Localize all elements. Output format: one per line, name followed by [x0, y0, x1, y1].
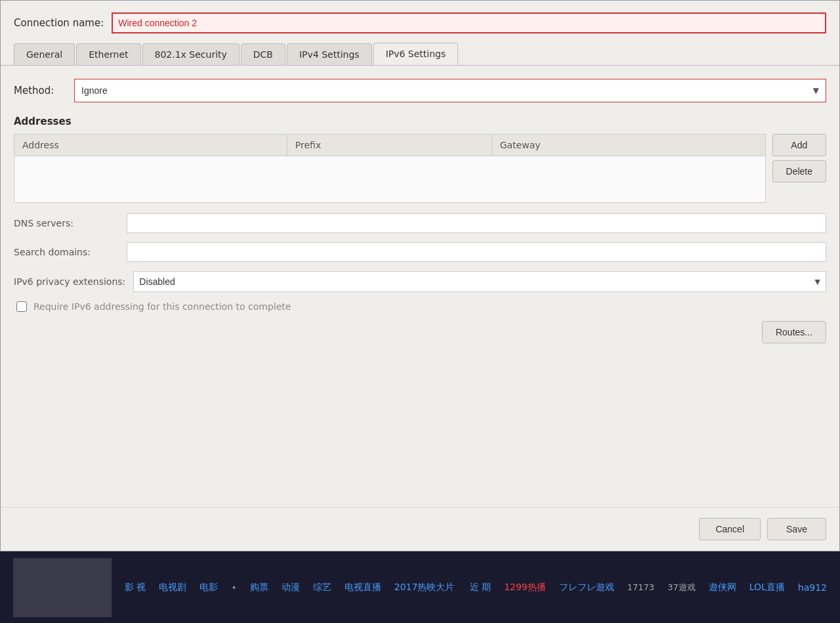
tab-8021x-security[interactable]: 802.1x Security	[142, 43, 240, 65]
addresses-section: Addresses Address Prefix Gateway Add Del…	[14, 116, 826, 203]
tab-general[interactable]: General	[14, 43, 75, 65]
method-select[interactable]: Ignore Automatic Automatic, DHCP only Li…	[75, 79, 826, 102]
ipv6-privacy-select[interactable]: Disabled Enabled (prefer public addresse…	[134, 272, 826, 291]
address-table-header: Address Prefix Gateway	[14, 135, 765, 156]
browser-link-jiqi[interactable]: 近 期	[470, 582, 491, 593]
connection-name-label: Connection name:	[14, 17, 104, 29]
browser-numbers: 近 期 1299热播 フレフレ遊戏 17173 37遊戏 遊侠网 LOL直播 h…	[470, 582, 827, 593]
address-table: Address Prefix Gateway	[14, 134, 766, 203]
browser-bar: 影 视 电视剧 电影 • 购票 动漫 综艺 电视直播 2017热映大片 近 期 …	[0, 551, 840, 623]
require-ipv6-label: Require IPv6 addressing for this connect…	[33, 301, 291, 312]
tab-ipv4-settings[interactable]: IPv4 Settings	[287, 43, 372, 65]
browser-link-hotplay[interactable]: 1299热播	[504, 582, 546, 593]
save-button[interactable]: Save	[767, 518, 826, 540]
dns-servers-input[interactable]	[127, 213, 826, 233]
method-label: Method:	[14, 85, 66, 97]
dns-servers-label: DNS servers:	[14, 218, 119, 228]
browser-link-yingshi[interactable]: 影 视	[125, 582, 146, 593]
tabs-row: General Ethernet 802.1x Security DCB IPv…	[1, 43, 839, 66]
browser-link-zhibao[interactable]: 电视直播	[345, 582, 381, 593]
search-domains-label: Search domains:	[14, 247, 119, 257]
browser-link-ha912[interactable]: ha912	[798, 582, 827, 593]
address-col-header: Address	[14, 135, 287, 156]
tab-ipv6-settings[interactable]: IPv6 Settings	[373, 43, 459, 65]
tab-ethernet[interactable]: Ethernet	[76, 43, 140, 65]
browser-link-dongman[interactable]: 动漫	[282, 582, 300, 593]
ipv6-privacy-label: IPv6 privacy extensions:	[14, 276, 125, 287]
browser-link-lol[interactable]: LOL直播	[749, 582, 785, 593]
search-domains-input[interactable]	[127, 242, 826, 262]
browser-link-hotmovie[interactable]: 2017热映大片	[394, 582, 455, 593]
browser-link-dot1: •	[231, 582, 236, 593]
ipv6-privacy-row: IPv6 privacy extensions: Disabled Enable…	[14, 271, 826, 292]
connection-name-row: Connection name:	[1, 1, 839, 43]
address-table-body	[14, 156, 765, 202]
browser-link-dianying[interactable]: 电影	[200, 582, 218, 593]
browser-num1: 17173	[627, 582, 654, 592]
tab-content-ipv6: Method: Ignore Automatic Automatic, DHCP…	[1, 66, 839, 366]
dialog-footer: Cancel Save	[1, 507, 839, 551]
ipv6-privacy-select-wrapper: Disabled Enabled (prefer public addresse…	[133, 271, 826, 292]
method-row: Method: Ignore Automatic Automatic, DHCP…	[14, 79, 826, 102]
address-table-buttons: Add Delete	[772, 134, 826, 203]
add-address-button[interactable]: Add	[772, 134, 826, 156]
routes-row: Routes...	[14, 321, 826, 343]
gateway-col-header: Gateway	[492, 135, 765, 156]
address-table-wrapper: Address Prefix Gateway Add Delete	[14, 134, 826, 203]
routes-button[interactable]: Routes...	[762, 321, 826, 343]
browser-num2: 37遊戏	[667, 582, 696, 593]
browser-links: 影 视 电视剧 电影 • 购票 动漫 综艺 电视直播 2017热映大片	[125, 582, 470, 593]
require-ipv6-row: Require IPv6 addressing for this connect…	[14, 301, 826, 312]
connection-name-input[interactable]	[112, 12, 826, 33]
delete-address-button[interactable]: Delete	[772, 160, 826, 183]
addresses-section-title: Addresses	[14, 116, 826, 127]
browser-link-dianshiju[interactable]: 电视剧	[159, 582, 186, 593]
browser-link-zongyi[interactable]: 综艺	[313, 582, 331, 593]
method-select-wrapper: Ignore Automatic Automatic, DHCP only Li…	[74, 79, 826, 102]
browser-thumbnail	[13, 558, 112, 617]
network-connection-dialog: Connection name: General Ethernet 802.1x…	[0, 0, 840, 551]
require-ipv6-checkbox[interactable]	[16, 301, 27, 312]
dns-servers-row: DNS servers:	[14, 213, 826, 233]
prefix-col-header: Prefix	[287, 135, 492, 156]
browser-link-goupiao[interactable]: 购票	[250, 582, 268, 593]
browser-link-youxia[interactable]: 遊侠网	[709, 582, 736, 593]
search-domains-row: Search domains:	[14, 242, 826, 262]
tab-dcb[interactable]: DCB	[241, 43, 285, 65]
cancel-button[interactable]: Cancel	[699, 518, 761, 540]
browser-link-game[interactable]: フレフレ遊戏	[559, 582, 614, 593]
